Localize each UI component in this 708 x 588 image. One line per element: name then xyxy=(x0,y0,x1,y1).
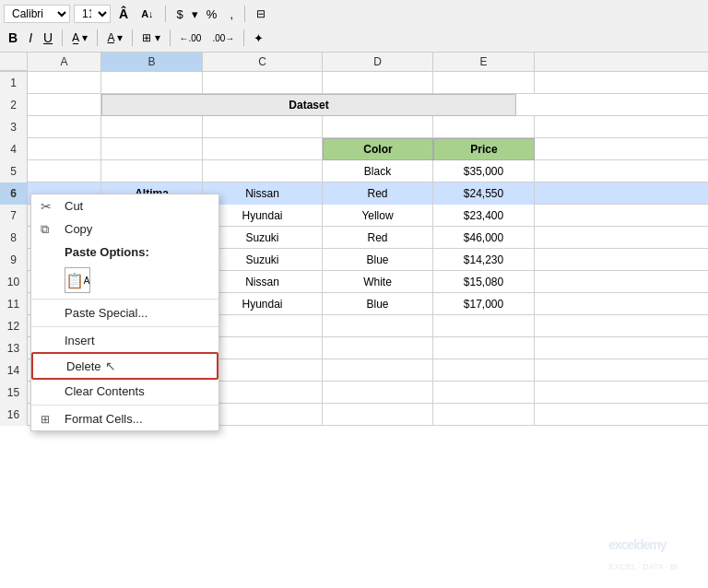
underline-button[interactable]: U xyxy=(39,28,57,48)
cell-e7[interactable]: $23,400 xyxy=(433,205,535,227)
cell-c15[interactable] xyxy=(203,382,323,404)
cell-a2[interactable] xyxy=(28,94,101,116)
cell-b1[interactable] xyxy=(101,72,203,94)
row-header-12[interactable]: 12 xyxy=(0,315,28,337)
row-header-4[interactable]: 4 xyxy=(0,138,28,160)
cell-c4[interactable] xyxy=(203,138,323,160)
col-header-c[interactable]: C xyxy=(203,53,323,71)
cell-e13[interactable] xyxy=(433,337,535,359)
cell-d8[interactable]: Red xyxy=(323,227,433,249)
cell-d4-header[interactable]: Color xyxy=(323,138,433,160)
decrease-decimal-button[interactable]: ←.00 xyxy=(175,30,206,46)
cell-b2[interactable]: Dataset xyxy=(101,94,516,116)
row-header-3[interactable]: 3 xyxy=(0,116,28,138)
cell-c5[interactable] xyxy=(203,160,323,182)
cell-a5[interactable] xyxy=(28,160,101,182)
cell-d3[interactable] xyxy=(323,116,433,138)
cell-e16[interactable] xyxy=(433,404,535,426)
increase-font-button[interactable]: Â xyxy=(114,4,133,24)
col-header-e[interactable]: E xyxy=(433,53,535,71)
cell-d16[interactable] xyxy=(323,404,433,426)
bold-button[interactable]: B xyxy=(4,28,22,48)
row-header-16[interactable]: 16 xyxy=(0,404,28,426)
row-header-9[interactable]: 9 xyxy=(0,249,28,271)
format-cells-menu-item[interactable]: ⊞ Format Cells... xyxy=(31,407,218,430)
increase-decimal-button[interactable]: .00→ xyxy=(207,30,239,46)
row-header-15[interactable]: 15 xyxy=(0,382,28,404)
row-header-2[interactable]: 2 xyxy=(0,94,28,116)
cell-c10[interactable]: Nissan xyxy=(203,271,323,293)
cell-d12[interactable] xyxy=(323,315,433,337)
cell-d13[interactable] xyxy=(323,337,433,359)
cell-d5[interactable]: Black xyxy=(323,160,433,182)
cell-e9[interactable]: $14,230 xyxy=(433,249,535,271)
cell-e15[interactable] xyxy=(433,382,535,404)
col-header-d[interactable]: D xyxy=(323,53,433,71)
row-header-1[interactable]: 1 xyxy=(0,72,28,94)
cell-d6[interactable]: Red xyxy=(323,182,433,205)
cell-e11[interactable]: $17,000 xyxy=(433,293,535,315)
cell-b3[interactable] xyxy=(101,116,203,138)
cell-a1[interactable] xyxy=(28,72,101,94)
font-color-button[interactable]: A ▾ xyxy=(102,29,127,47)
delete-menu-item[interactable]: Delete ↖ xyxy=(31,352,218,380)
cell-b5[interactable] xyxy=(101,160,203,182)
insert-menu-item[interactable]: Insert xyxy=(31,329,218,352)
cell-c12[interactable] xyxy=(203,315,323,337)
cell-d14[interactable] xyxy=(323,359,433,382)
cell-a4[interactable] xyxy=(28,138,101,160)
cell-c16[interactable] xyxy=(203,404,323,426)
col-header-a[interactable]: A xyxy=(28,53,101,71)
cell-c11[interactable]: Hyundai xyxy=(203,293,323,315)
clear-format-button[interactable]: ✦ xyxy=(249,29,268,48)
dollar-button[interactable]: $ xyxy=(172,5,188,24)
cell-e4-header[interactable]: Price xyxy=(433,138,535,160)
paste-button[interactable]: 📋 A xyxy=(65,267,90,293)
row-header-11[interactable]: 11 xyxy=(0,293,28,315)
cell-c6[interactable]: Nissan xyxy=(203,182,323,205)
row-header-7[interactable]: 7 xyxy=(0,205,28,227)
row-header-10[interactable]: 10 xyxy=(0,271,28,293)
col-header-b[interactable]: B xyxy=(101,53,203,71)
cell-c7[interactable]: Hyundai xyxy=(203,205,323,227)
highlight-color-button[interactable]: A̲ ▾ xyxy=(67,29,92,47)
wrap-text-button[interactable]: ⊟ xyxy=(252,5,270,23)
cell-e12[interactable] xyxy=(433,315,535,337)
cell-e3[interactable] xyxy=(433,116,535,138)
cell-c3[interactable] xyxy=(203,116,323,138)
cell-d10[interactable]: White xyxy=(323,271,433,293)
border-button[interactable]: ⊞ ▾ xyxy=(137,29,164,47)
paste-special-menu-item[interactable]: Paste Special... xyxy=(31,301,218,324)
cell-e1[interactable] xyxy=(433,72,535,94)
cell-c8[interactable]: Suzuki xyxy=(203,227,323,249)
cell-d11[interactable]: Blue xyxy=(323,293,433,315)
font-size-select[interactable]: 11 xyxy=(74,5,111,23)
font-select[interactable]: Calibri xyxy=(4,5,70,23)
row-header-14[interactable]: 14 xyxy=(0,359,28,382)
copy-menu-item[interactable]: ⧉ Copy xyxy=(31,218,218,241)
cell-c13[interactable] xyxy=(203,337,323,359)
percent-button[interactable]: % xyxy=(202,5,222,24)
cell-d9[interactable]: Blue xyxy=(323,249,433,271)
cell-d1[interactable] xyxy=(323,72,433,94)
cell-d7[interactable]: Yellow xyxy=(323,205,433,227)
clear-contents-menu-item[interactable]: Clear Contents xyxy=(31,380,218,403)
cell-a3[interactable] xyxy=(28,116,101,138)
decrease-font-button[interactable]: A↓ xyxy=(136,6,158,22)
row-header-6[interactable]: 6 xyxy=(0,182,28,205)
cell-e6[interactable]: $24,550 xyxy=(433,182,535,205)
cell-d15[interactable] xyxy=(323,382,433,404)
cell-c14[interactable] xyxy=(203,359,323,382)
cell-c9[interactable]: Suzuki xyxy=(203,249,323,271)
italic-button[interactable]: I xyxy=(24,28,37,48)
cell-e10[interactable]: $15,080 xyxy=(433,271,535,293)
cell-e5[interactable]: $35,000 xyxy=(433,160,535,182)
row-header-13[interactable]: 13 xyxy=(0,337,28,359)
cell-e14[interactable] xyxy=(433,359,535,382)
cell-c1[interactable] xyxy=(203,72,323,94)
row-header-5[interactable]: 5 xyxy=(0,160,28,182)
cell-e8[interactable]: $46,000 xyxy=(433,227,535,249)
comma-button[interactable]: , xyxy=(225,5,238,24)
cut-menu-item[interactable]: ✂ Cut xyxy=(31,194,218,218)
cell-b4[interactable] xyxy=(101,138,203,160)
